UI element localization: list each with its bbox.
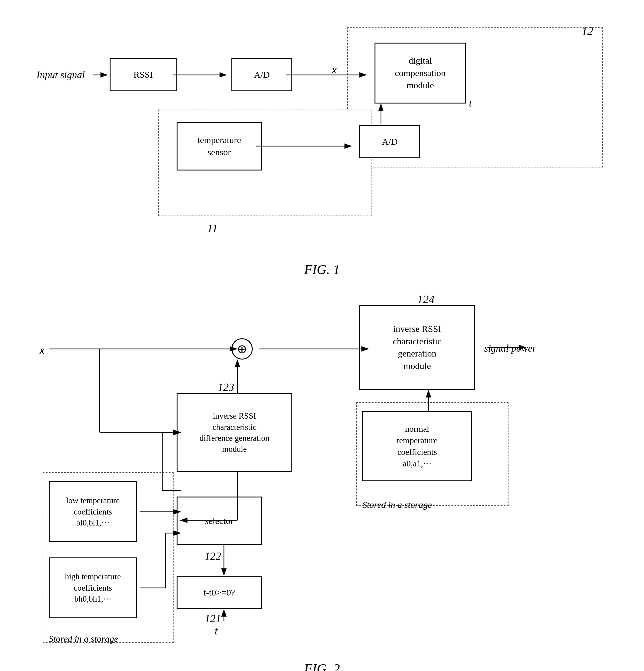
inverse-rssi-diff-box: inverse RSSI characteristic difference g… [177, 393, 292, 472]
label-12: 12 [582, 24, 593, 38]
temp-sensor-box: temperature sensor [177, 122, 262, 170]
digital-comp-box: digital compensation module [375, 43, 466, 103]
t-label-fig2: t [215, 624, 218, 637]
fig2-diagram: 124 Stored in a storage inverse RSSI cha… [24, 290, 620, 655]
high-temp-box: high temperature coefficients bh0,bh1,⋯ [49, 557, 137, 618]
comparator-box: t-t0>=0? [177, 576, 262, 609]
page: 12 11 Input signal RSSI A/D x digital co… [0, 0, 644, 671]
label-121: 121 [205, 612, 221, 625]
stored-right-label: Stored in a storage [362, 499, 432, 510]
inverse-rssi-gen-box: inverse RSSI characteristic generation m… [359, 305, 475, 390]
x-label-fig2: x [40, 344, 45, 356]
x-label-fig1: x [332, 64, 337, 76]
label-122: 122 [205, 550, 221, 562]
stored-left-label: Stored in a storage [49, 634, 118, 644]
label-123: 123 [218, 381, 234, 394]
ad2-box: A/D [359, 125, 420, 158]
selector-box: selector [177, 496, 262, 545]
label-124: 124 [417, 293, 434, 306]
normal-temp-box: normal temperature coefficients a0,a1,⋯ [362, 411, 472, 481]
fig2-caption: FIG. 2 [24, 661, 620, 671]
fig1-caption: FIG. 1 [24, 262, 620, 277]
input-signal-label: Input signal [37, 69, 85, 81]
label-11: 11 [207, 221, 218, 235]
signal-power-label: signal power [484, 343, 536, 354]
low-temp-box: low temperature coefficients bl0,bl1,⋯ [49, 481, 137, 542]
rssi-box: RSSI [110, 58, 177, 91]
adder-circle: ⊕ [231, 338, 253, 359]
fig1-diagram: 12 11 Input signal RSSI A/D x digital co… [24, 18, 620, 256]
ad1-box: A/D [231, 58, 292, 91]
t-label-fig1: t [469, 98, 472, 109]
